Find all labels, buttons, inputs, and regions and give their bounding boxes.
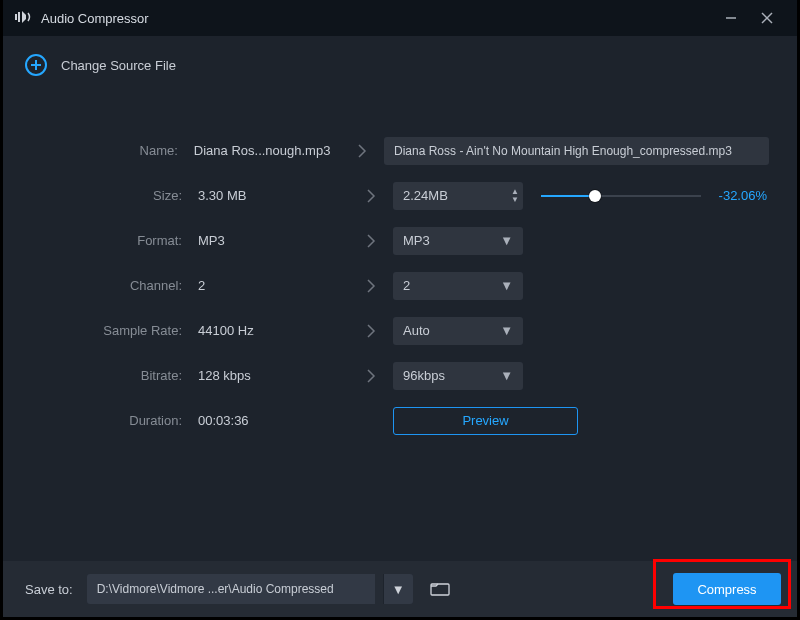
minimize-button[interactable] [713,0,749,36]
change-source-label: Change Source File [61,58,176,73]
svg-rect-1 [18,12,20,22]
size-delta-percent: -32.06% [713,188,769,203]
spinner-down-icon[interactable]: ▼ [511,196,519,204]
source-sample-rate: 44100 Hz [188,323,348,338]
app-icon [15,9,33,28]
label-duration: Duration: [13,413,188,428]
bitrate-dropdown[interactable]: 96kbps ▼ [393,362,523,390]
slider-thumb[interactable] [589,190,601,202]
label-bitrate: Bitrate: [13,368,188,383]
save-path-field[interactable]: D:\Vidmore\Vidmore ...er\Audio Compresse… [87,574,375,604]
format-dropdown[interactable]: MP3 ▼ [393,227,523,255]
chevron-down-icon: ▼ [500,368,513,383]
source-duration: 00:03:36 [188,413,348,428]
close-button[interactable] [749,0,785,36]
sample-rate-value: Auto [403,323,430,338]
row-channel: Channel: 2 2 ▼ [13,263,769,308]
spinner-buttons[interactable]: ▲ ▼ [511,188,519,204]
source-size: 3.30 MB [188,188,348,203]
change-source-row[interactable]: Change Source File [3,36,797,88]
size-slider[interactable] [541,189,701,203]
row-sample-rate: Sample Rate: 44100 Hz Auto ▼ [13,308,769,353]
arrow-icon [348,368,393,384]
folder-icon [430,581,450,597]
label-format: Format: [13,233,188,248]
arrow-icon [348,278,393,294]
arrow-icon [348,188,393,204]
open-folder-button[interactable] [425,574,455,604]
window-title: Audio Compressor [41,11,149,26]
source-format: MP3 [188,233,348,248]
channel-value: 2 [403,278,410,293]
sample-rate-dropdown[interactable]: Auto ▼ [393,317,523,345]
save-path-dropdown[interactable]: ▼ [383,574,413,604]
row-bitrate: Bitrate: 128 kbps 96kbps ▼ [13,353,769,398]
source-name: Diana Ros...nough.mp3 [184,143,340,158]
row-format: Format: MP3 MP3 ▼ [13,218,769,263]
svg-rect-0 [15,14,17,20]
chevron-down-icon: ▼ [500,233,513,248]
save-to-label: Save to: [25,582,73,597]
title-bar: Audio Compressor [3,0,797,36]
channel-dropdown[interactable]: 2 ▼ [393,272,523,300]
compression-form: Name: Diana Ros...nough.mp3 Diana Ross -… [3,88,797,561]
output-name-field[interactable]: Diana Ross - Ain't No Mountain High Enou… [384,137,769,165]
source-channel: 2 [188,278,348,293]
compress-button[interactable]: Compress [673,573,781,605]
output-size-value: 2.24MB [403,188,448,203]
app-window: Audio Compressor Change Source File Name… [3,0,797,617]
source-bitrate: 128 kbps [188,368,348,383]
arrow-icon [348,233,393,249]
row-duration: Duration: 00:03:36 Preview [13,398,769,443]
preview-button[interactable]: Preview [393,407,578,435]
chevron-down-icon: ▼ [392,582,405,597]
chevron-down-icon: ▼ [500,323,513,338]
arrow-icon [348,323,393,339]
label-channel: Channel: [13,278,188,293]
label-sample-rate: Sample Rate: [13,323,188,338]
row-size: Size: 3.30 MB 2.24MB ▲ ▼ [13,173,769,218]
format-value: MP3 [403,233,430,248]
bitrate-value: 96kbps [403,368,445,383]
row-name: Name: Diana Ros...nough.mp3 Diana Ross -… [13,128,769,173]
label-name: Name: [13,143,184,158]
output-size-spinner[interactable]: 2.24MB ▲ ▼ [393,182,523,210]
arrow-icon [340,143,384,159]
plus-circle-icon [25,54,47,76]
footer-bar: Save to: D:\Vidmore\Vidmore ...er\Audio … [3,561,797,617]
label-size: Size: [13,188,188,203]
chevron-down-icon: ▼ [500,278,513,293]
